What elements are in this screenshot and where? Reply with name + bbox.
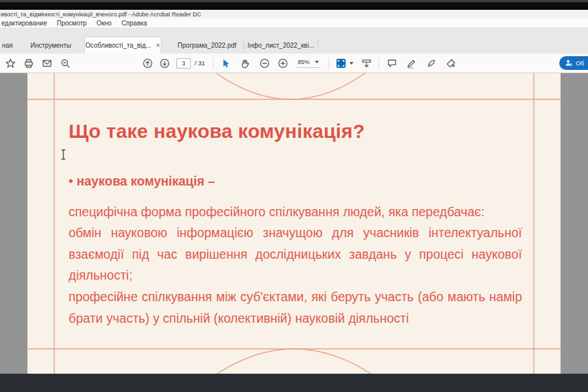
slide-paragraph: професійне спілкування між суб'єктами, я… xyxy=(69,286,522,329)
scroll-mode-icon[interactable] xyxy=(361,58,372,69)
page-fit-control[interactable] xyxy=(336,58,353,69)
tab-document-active[interactable]: Особливості_та_від... × xyxy=(84,37,161,54)
menu-help[interactable]: Справка xyxy=(122,20,147,27)
slide-paragraph: обмін науковою інформацією значущою для … xyxy=(69,222,522,286)
page-total-label: / 31 xyxy=(195,59,205,67)
window-title: ивості_та_відмінності_комунікації_вченог… xyxy=(1,11,201,18)
screenshot-stage: ивості_та_відмінності_комунікації_вченог… xyxy=(0,0,588,392)
zoom-in-icon[interactable] xyxy=(278,58,288,69)
tab-home[interactable]: ная xyxy=(2,37,13,54)
window-title-bar: ивості_та_відмінності_комунікації_вченог… xyxy=(0,10,588,18)
menu-edit[interactable]: едактирование xyxy=(1,20,47,27)
hand-tool-icon[interactable] xyxy=(240,58,250,69)
tab-separator xyxy=(318,41,318,50)
fill-sign-icon[interactable] xyxy=(446,58,456,69)
share-person-icon xyxy=(564,59,573,67)
select-tool-icon[interactable] xyxy=(220,58,231,69)
page-fit-icon xyxy=(336,58,346,69)
print-icon[interactable] xyxy=(24,58,34,69)
tab-tools[interactable]: Инструменты xyxy=(31,37,71,54)
share-button-label: Об xyxy=(576,59,584,67)
sign-pen-icon[interactable] xyxy=(426,58,436,69)
zoom-level-value: 85% xyxy=(298,59,310,65)
menu-window[interactable]: Окно xyxy=(97,20,112,27)
slide-paragraph: специфічна форма професійного спілкуванн… xyxy=(69,201,522,223)
document-pane[interactable]: Що таке наукова комунікація? • наукова к… xyxy=(0,73,588,374)
highlight-pencil-icon[interactable] xyxy=(406,58,417,69)
chevron-down-icon xyxy=(315,61,319,63)
search-zoom-icon[interactable] xyxy=(60,58,71,69)
close-tab-icon[interactable]: × xyxy=(155,42,159,49)
bottom-black-bar xyxy=(0,374,588,392)
menu-bar: едактирование Просмотр Окно Справка xyxy=(0,18,588,27)
favorites-star-icon[interactable] xyxy=(5,58,16,69)
text-cursor-icon xyxy=(60,149,67,160)
email-icon[interactable] xyxy=(42,58,52,69)
tab-programa[interactable]: Програма_2022.pdf xyxy=(171,37,244,54)
page-up-icon[interactable] xyxy=(142,58,153,69)
toolbar-divider xyxy=(213,57,214,69)
pdf-slide-page: Що таке наукова комунікація? • наукова к… xyxy=(27,73,561,374)
page-down-icon[interactable] xyxy=(159,58,170,69)
toolbar-divider xyxy=(329,57,329,69)
chevron-down-icon xyxy=(350,62,353,65)
slide-bullet-line: • наукова комунікація – xyxy=(69,174,522,189)
tab-document-label: Особливості_та_від... xyxy=(86,42,152,49)
top-black-strip xyxy=(0,0,588,10)
tab-info-list[interactable]: Інфо_лист_2022_кві... xyxy=(244,37,318,54)
zoom-level-control[interactable]: 85% xyxy=(296,59,321,68)
toolbar-divider xyxy=(378,57,379,69)
zoom-out-icon[interactable] xyxy=(259,58,270,69)
page-number-input[interactable]: 3 xyxy=(176,58,191,69)
toolbar: 3 / 31 85% xyxy=(0,54,588,73)
tab-strip: ная Инструменты Особливості_та_від... × … xyxy=(0,27,588,54)
menu-view[interactable]: Просмотр xyxy=(57,20,87,27)
comment-icon[interactable] xyxy=(387,58,397,69)
share-button[interactable]: Об xyxy=(559,56,588,70)
slide-title: Що таке наукова комунікація? xyxy=(69,120,526,142)
